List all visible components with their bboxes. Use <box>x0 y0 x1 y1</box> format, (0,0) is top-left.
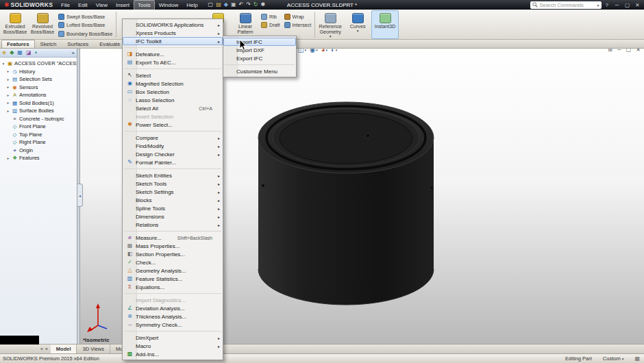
command-tab[interactable]: Sketch <box>35 40 62 48</box>
submenu-item[interactable]: Import IFC <box>223 38 296 46</box>
feature-tree-item[interactable]: ▸ ▦ Solid Bodies(1) <box>6 99 77 108</box>
tools-menu-item[interactable]: Select All Ctrl+A <box>123 104 223 112</box>
tools-menu-item[interactable]: Design Checker ▸ <box>123 150 223 158</box>
feature-tree-item[interactable]: ▸ ❖ Features <box>6 154 77 162</box>
tools-menu-item[interactable]: Compare ▸ <box>123 134 223 142</box>
menubar-item[interactable]: Window <box>155 0 182 10</box>
ribbon-small-button[interactable]: Swept Boss/Base <box>56 12 114 21</box>
document-tab[interactable]: 3D Views <box>77 345 110 353</box>
feature-manager-tab-icon[interactable]: ◈ <box>2 50 6 55</box>
window-control-button[interactable]: ─ <box>612 2 621 8</box>
quick-access-icon[interactable]: ↶ <box>238 2 243 8</box>
menubar-item[interactable]: Tools <box>134 0 155 10</box>
tools-menu-item[interactable]: ✎ Format Painter... <box>123 158 223 166</box>
tools-menu-item[interactable]: ▩ Add-Ins... <box>123 350 223 358</box>
ribbon-large-button[interactable]: Curves ▾ <box>344 10 371 39</box>
tree-expand-arrow-icon[interactable]: ▸ <box>6 77 10 82</box>
tools-menu-item[interactable]: Blocks ▸ <box>123 196 223 204</box>
feature-tree-item[interactable]: ▸ ▥ Surface Bodies <box>6 107 77 115</box>
submenu-item[interactable]: Customize Menu <box>223 67 296 75</box>
feature-tree-item[interactable]: ▸ ◷ History <box>6 68 77 76</box>
panel-collapse-chevrons[interactable]: » <box>72 50 75 56</box>
ribbon-large-button[interactable]: Extruded Boss/Base <box>1 10 29 36</box>
document-tab[interactable]: Model <box>51 345 77 353</box>
ribbon-large-button[interactable]: Linear Pattern <box>232 10 259 36</box>
tools-menu-item[interactable]: ↔ Symmetry Check... <box>123 321 223 329</box>
search-dropdown-caret[interactable]: ▾ <box>597 3 599 8</box>
feature-tree-item[interactable]: ◇ Top Plane <box>6 131 77 139</box>
quick-access-icon[interactable]: ▤ <box>216 2 221 8</box>
tools-menu-item[interactable]: ▭ Box Selection <box>123 88 223 96</box>
menubar-item[interactable]: Help <box>182 0 201 10</box>
units-selector[interactable]: Custom ▾ <box>603 355 624 362</box>
tools-menu-item[interactable]: ⌀ Measure... Shift+BackSlash <box>123 234 223 242</box>
command-tab[interactable]: Features <box>1 40 35 48</box>
tools-menu-item[interactable]: ✱ Power Select... <box>123 121 223 129</box>
feature-tree-item[interactable]: ≡ Concrete - Isotropic <box>6 115 77 123</box>
quick-access-icon[interactable]: ↻ <box>253 2 258 8</box>
ribbon-small-button[interactable]: Intersect <box>282 21 314 30</box>
ribbon-large-button[interactable]: Reference Geometry ▾ <box>317 10 344 39</box>
quick-access-icon[interactable]: ◆ <box>224 2 228 8</box>
feature-tree-item[interactable]: ◇ Front Plane <box>6 123 77 131</box>
quick-access-icon[interactable]: ✱ <box>261 2 266 8</box>
command-tab[interactable]: Surfaces <box>62 40 94 48</box>
tools-menu-item[interactable]: Sketch Settings ▸ <box>123 188 223 196</box>
feature-tree-item[interactable]: ▾ ▣ ACCESS COVER "ACCESS HOLE" <box>1 60 77 68</box>
tools-menu-item[interactable]: Macro ▸ <box>123 342 223 350</box>
panel-collapse-handle[interactable]: ◂ <box>77 184 83 207</box>
tools-menu-item[interactable]: ✓ Check... <box>123 258 223 266</box>
tools-menu-item[interactable]: IFC Toolkit ▸ <box>123 37 223 45</box>
status-grid-icon[interactable]: ▦ <box>634 355 640 362</box>
ribbon-small-button[interactable]: Rib <box>259 12 282 21</box>
menubar-item[interactable]: Edit <box>74 0 92 10</box>
tree-expand-arrow-icon[interactable]: ▸ <box>6 69 10 73</box>
ribbon-large-button[interactable]: Revolved Boss/Base <box>29 10 56 36</box>
tools-menu-item[interactable]: Sketch Tools ▸ <box>123 179 223 188</box>
search-commands-box[interactable]: Search Commands ▾ <box>530 1 602 9</box>
tab-scroll-arrow-icon[interactable]: « <box>40 347 43 351</box>
tools-menu-item[interactable]: ◨ Defeature... <box>123 50 223 58</box>
feature-tree-item[interactable]: ⌖ Origin <box>6 147 77 155</box>
menubar-item[interactable]: Insert <box>112 0 134 10</box>
tools-menu-item[interactable]: Dimensions ▸ <box>123 212 223 221</box>
command-tab[interactable]: Evaluate <box>94 40 125 48</box>
menubar-item[interactable]: View <box>92 0 112 10</box>
tools-menu-item[interactable]: Σ Equations... <box>123 283 223 291</box>
feature-tree-item[interactable]: ▸ A Annotations <box>6 91 77 99</box>
window-control-button[interactable]: ▢ <box>623 2 632 8</box>
ribbon-small-button[interactable]: Draft <box>259 21 282 30</box>
tools-menu-item[interactable]: ▤ Export To AEC... <box>123 58 223 66</box>
tools-menu-item[interactable]: Import Diagnostics... <box>123 296 223 304</box>
ribbon-small-button[interactable]: Boundary Boss/Base <box>56 29 114 38</box>
tools-menu-item[interactable]: ▥ Feature Statistics... <box>123 275 223 283</box>
tools-menu-item[interactable]: ≋ Thickness Analysis... <box>123 312 223 321</box>
tools-menu-item[interactable]: ▦ Mass Properties... <box>123 242 223 250</box>
feature-manager-tab-icon[interactable]: ◪ <box>26 50 32 55</box>
feature-manager-tab-icon[interactable]: ▦ <box>17 50 23 55</box>
tab-scroll-arrow-icon[interactable]: » <box>45 347 48 351</box>
menubar-item[interactable]: File <box>57 0 74 10</box>
tools-menu-item[interactable]: Xpress Products ▸ <box>123 29 223 37</box>
tools-menu-item[interactable]: DimXpert ▸ <box>123 334 223 342</box>
feature-tree-item[interactable]: ◇ Right Plane <box>6 138 77 147</box>
tree-expand-arrow-icon[interactable]: ▸ <box>6 109 10 113</box>
quick-access-icon[interactable]: ↷ <box>246 2 251 8</box>
ribbon-small-button[interactable]: Wrap <box>282 12 314 21</box>
tree-expand-arrow-icon[interactable]: ▸ <box>6 85 10 89</box>
submenu-item[interactable]: Import DXF <box>223 46 296 54</box>
tools-menu-item[interactable]: Find/Modify ▸ <box>123 142 223 150</box>
tools-menu-item[interactable]: Invert Selection <box>123 112 223 121</box>
tools-menu-item[interactable]: ∠ Deviation Analysis... <box>123 304 223 312</box>
tools-menu-item[interactable]: △ Geometry Analysis... <box>123 266 223 275</box>
feature-tree-item[interactable]: ▸ ▤ Selection Sets <box>6 75 77 84</box>
tree-expand-arrow-icon[interactable]: ▸ <box>6 93 10 97</box>
tools-menu-item[interactable]: ↖ Select <box>123 71 223 79</box>
tree-expand-arrow-icon[interactable]: ▾ <box>1 62 5 66</box>
feature-tree-item[interactable]: ▸ ◉ Sensors <box>6 84 77 92</box>
tools-menu-item[interactable]: Spline Tools ▸ <box>123 204 223 212</box>
tree-expand-arrow-icon[interactable]: ▸ <box>6 156 10 160</box>
tools-menu-item[interactable]: ◧ Section Properties... <box>123 250 223 258</box>
tools-menu-item[interactable]: Relations ▸ <box>123 221 223 229</box>
feature-manager-tab-icon[interactable]: ◐ <box>34 50 38 55</box>
